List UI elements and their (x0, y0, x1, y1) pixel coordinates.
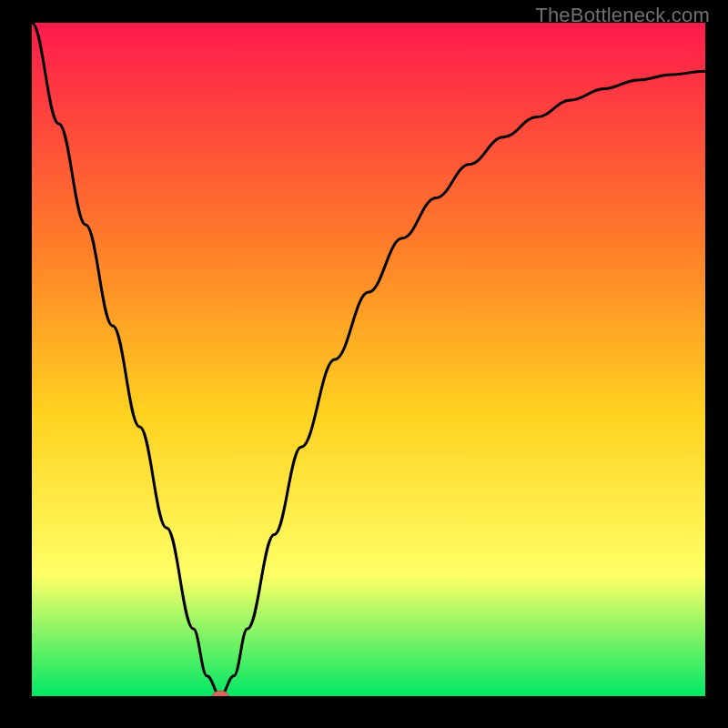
plot-area (32, 23, 705, 696)
gradient-background (32, 23, 705, 696)
plot-svg (32, 23, 705, 696)
chart-frame: TheBottleneck.com (0, 0, 728, 728)
